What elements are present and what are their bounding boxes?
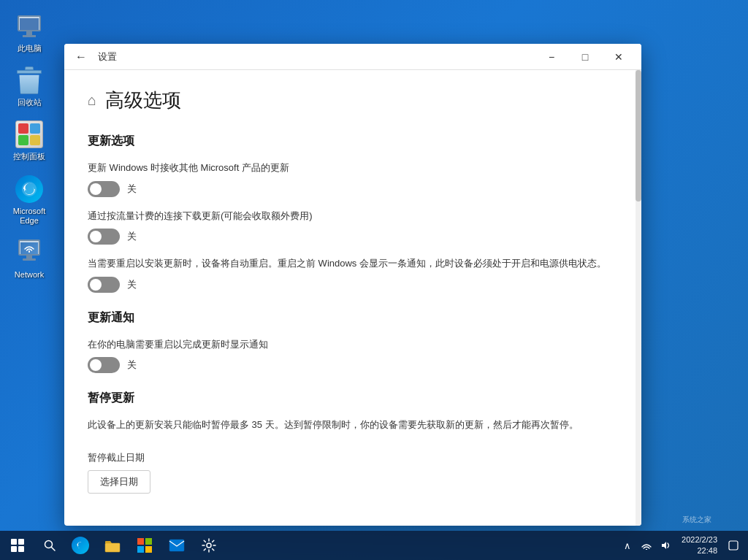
taskbar-edge[interactable]	[64, 531, 96, 560]
settings-window: ← 设置 − □ ✕ ⌂ 高级选项 更新选项	[64, 44, 641, 526]
section-update-options: 更新选项 更新 Windows 时接收其他 Microsoft 产品的更新 关	[88, 134, 612, 293]
svg-rect-3	[105, 543, 120, 552]
svg-point-10	[646, 549, 647, 550]
toggle-knob-4	[90, 359, 102, 371]
desktop-icon-edge[interactable]: MicrosoftEdge	[1, 170, 57, 230]
desktop-icon-computer[interactable]: 此电脑	[1, 7, 57, 58]
maximize-button[interactable]: □	[568, 44, 602, 70]
setting-notify-restart: 在你的电脑需要重启以完成更新时显示通知 关	[88, 337, 612, 374]
taskbar-search-button[interactable]	[35, 531, 64, 560]
tray-expand[interactable]: ∧	[619, 537, 636, 554]
notify-restart-desc: 在你的电脑需要重启以完成更新时显示通知	[88, 337, 612, 352]
edge-icon-label: MicrosoftEdge	[13, 207, 46, 226]
desktop-icon-control-panel[interactable]: 控制面板	[1, 115, 57, 166]
svg-text:系统之家: 系统之家	[682, 515, 711, 523]
home-icon[interactable]: ⌂	[88, 92, 96, 109]
taskbar-time: 22:48	[682, 545, 717, 556]
other-products-toggle[interactable]	[88, 181, 120, 197]
metered-connection-toggle-label: 关	[127, 230, 137, 243]
desktop: 此电脑 回收站 控制面板	[0, 0, 748, 560]
notify-restart-toggle[interactable]	[88, 357, 120, 373]
taskbar-tray: ∧ 2022/2/23 22:48	[619, 534, 748, 557]
recycle-bin-label: 回收站	[18, 98, 42, 107]
auto-restart-desc: 当需要重启以安装更新时，设备将自动重启。重启之前 Windows 会显示一条通知…	[88, 256, 612, 271]
window-controls: − □ ✕	[535, 44, 636, 70]
update-options-title: 更新选项	[88, 134, 612, 149]
main-content: ⌂ 高级选项 更新选项 更新 Windows 时接收其他 Microsoft 产…	[64, 70, 636, 526]
recycle-bin-icon	[15, 66, 44, 95]
metered-connection-toggle-row: 关	[88, 229, 612, 245]
desktop-icon-recycle[interactable]: 回收站	[1, 61, 57, 112]
scrollbar-thumb[interactable]	[636, 70, 641, 202]
toggle-knob-3	[90, 279, 102, 291]
desktop-icon-container: 此电脑 回收站 控制面板	[0, 0, 58, 284]
section-update-notification: 更新通知 在你的电脑需要重启以完成更新时显示通知 关	[88, 310, 612, 374]
taskbar-mail[interactable]	[161, 531, 193, 560]
metered-connection-toggle[interactable]	[88, 229, 120, 245]
edge-icon	[15, 174, 44, 204]
taskbar-datetime[interactable]: 2022/2/23 22:48	[677, 534, 722, 557]
pause-updates-title: 暂停更新	[88, 391, 612, 406]
svg-rect-8	[169, 540, 184, 551]
back-button[interactable]: ←	[70, 46, 92, 68]
system-tray-icons: ∧	[619, 537, 674, 554]
auto-restart-toggle-row: 关	[88, 277, 612, 293]
other-products-toggle-row: 关	[88, 181, 612, 197]
pause-updates-desc: 此设备上的更新安装只能临时暂停最多 35 天。达到暂停限制时，你的设备需要先获取…	[88, 418, 612, 432]
svg-rect-4	[137, 538, 144, 545]
svg-line-2	[52, 548, 56, 551]
close-button[interactable]: ✕	[602, 44, 636, 70]
pause-date-label: 暂停截止日期	[88, 451, 612, 464]
taskbar-apps	[64, 531, 225, 560]
window-title: 设置	[98, 50, 117, 64]
taskbar-settings[interactable]	[193, 531, 225, 560]
page-title: 高级选项	[105, 88, 181, 113]
auto-restart-toggle-label: 关	[127, 278, 137, 291]
start-icon	[11, 539, 24, 552]
pause-date-button[interactable]: 选择日期	[88, 470, 150, 494]
svg-rect-5	[145, 538, 152, 545]
taskbar-store[interactable]	[129, 531, 161, 560]
title-bar: ← 设置 − □ ✕	[64, 44, 641, 70]
network-icon	[15, 238, 44, 267]
toggle-knob	[90, 183, 102, 195]
tray-notification[interactable]	[725, 537, 742, 554]
setting-other-products: 更新 Windows 时接收其他 Microsoft 产品的更新 关	[88, 161, 612, 197]
network-icon-label: Network	[15, 270, 44, 280]
svg-point-0	[28, 251, 30, 253]
start-button[interactable]	[0, 531, 35, 560]
tray-network[interactable]	[638, 537, 655, 554]
notify-restart-toggle-label: 关	[127, 358, 137, 372]
setting-auto-restart: 当需要重启以安装更新时，设备将自动重启。重启之前 Windows 会显示一条通知…	[88, 256, 612, 293]
watermark: 系统之家	[682, 511, 741, 527]
setting-metered-connection: 通过按流量计费的连接下载更新(可能会收取额外费用) 关	[88, 209, 612, 245]
desktop-icon-network[interactable]: Network	[1, 234, 57, 284]
scrollbar-track[interactable]	[636, 70, 641, 526]
svg-point-9	[207, 543, 211, 548]
svg-rect-11	[729, 541, 738, 550]
update-notification-title: 更新通知	[88, 310, 612, 326]
taskbar: ∧ 2022/2/23 22:48	[0, 531, 748, 560]
computer-icon	[15, 12, 44, 41]
control-panel-label: 控制面板	[13, 152, 45, 161]
toggle-knob-2	[90, 231, 102, 242]
auto-restart-toggle[interactable]	[88, 277, 120, 293]
tray-volume[interactable]	[657, 537, 674, 554]
svg-rect-6	[137, 546, 144, 553]
taskbar-date: 2022/2/23	[682, 534, 717, 545]
section-pause-updates: 暂停更新 此设备上的更新安装只能临时暂停最多 35 天。达到暂停限制时，你的设备…	[88, 391, 612, 494]
minimize-button[interactable]: −	[535, 44, 568, 70]
computer-icon-label: 此电脑	[18, 44, 42, 53]
svg-rect-7	[145, 546, 152, 553]
other-products-toggle-label: 关	[127, 183, 137, 196]
notify-restart-toggle-row: 关	[88, 357, 612, 373]
metered-connection-desc: 通过按流量计费的连接下载更新(可能会收取额外费用)	[88, 209, 612, 223]
control-panel-icon	[15, 120, 44, 149]
page-header: ⌂ 高级选项	[88, 88, 612, 113]
content-area: ⌂ 高级选项 更新选项 更新 Windows 时接收其他 Microsoft 产…	[64, 70, 641, 526]
taskbar-file-explorer[interactable]	[96, 531, 129, 560]
other-products-desc: 更新 Windows 时接收其他 Microsoft 产品的更新	[88, 161, 612, 175]
